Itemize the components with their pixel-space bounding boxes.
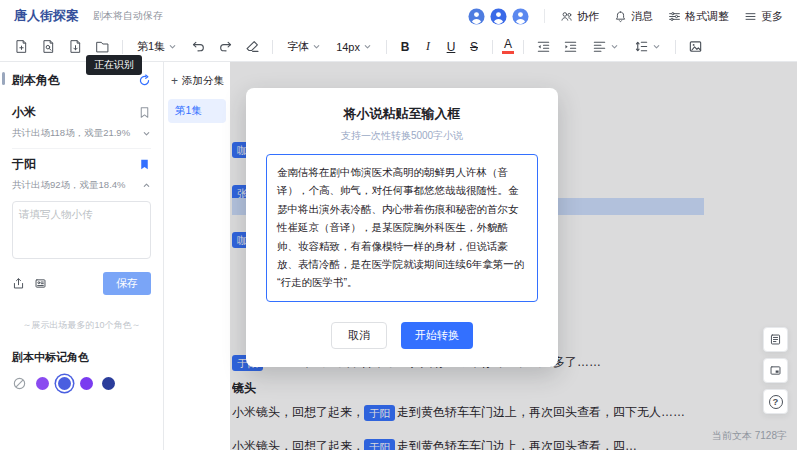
- episode-panel: + 添加分集 第1集: [164, 62, 230, 450]
- help-button[interactable]: ?: [763, 389, 788, 414]
- undo-button[interactable]: [187, 36, 209, 58]
- mark-color-dot[interactable]: [36, 377, 49, 390]
- panel-handle[interactable]: [2, 72, 5, 85]
- indent-increase-icon: [563, 39, 578, 54]
- fontsize-dropdown[interactable]: 14px: [331, 39, 377, 55]
- start-convert-button[interactable]: 开始转换: [401, 322, 473, 349]
- save-button[interactable]: 保存: [103, 272, 151, 295]
- top-characters-note: ～展示出场最多的10个角色～: [12, 319, 151, 332]
- font-dropdown[interactable]: 字体: [282, 37, 326, 56]
- line-spacing-icon: [634, 39, 649, 54]
- character-name: 小米: [12, 104, 36, 121]
- chevron-down-icon[interactable]: [142, 129, 151, 138]
- add-episode-label: 添加分集: [182, 74, 224, 88]
- chevron-down-icon: [363, 42, 372, 51]
- divider: [386, 40, 387, 54]
- mark-characters-title: 剧本中标记角色: [12, 350, 151, 365]
- character-name: 于阳: [12, 156, 36, 173]
- image-icon: [688, 39, 703, 54]
- modal-subtitle: 支持一次性转换5000字小说: [266, 129, 538, 143]
- line-spacing-dropdown[interactable]: [629, 37, 666, 56]
- novel-paste-input[interactable]: 金南佶将在剧中饰演医术高明的朝鲜男人许林（音译），个高、帅气，对任何事都悠悠哉哉…: [266, 154, 538, 302]
- italic-button[interactable]: I: [419, 39, 437, 54]
- indent-increase-button[interactable]: [560, 36, 582, 58]
- divider: [523, 40, 524, 54]
- redo-button[interactable]: [214, 36, 236, 58]
- bookmark-icon[interactable]: [138, 106, 151, 119]
- folder-icon: [95, 39, 110, 54]
- episode-dropdown-label: 第1集: [137, 39, 165, 54]
- collaborate-button[interactable]: 协作: [560, 9, 599, 24]
- character-item[interactable]: 小米 共计出场118场，戏量21.9%: [12, 97, 151, 148]
- font-color-button[interactable]: A: [502, 39, 514, 54]
- eraser-icon: [245, 39, 260, 54]
- episode-dropdown[interactable]: 第1集: [132, 37, 182, 56]
- bold-button[interactable]: B: [396, 40, 414, 54]
- align-dropdown[interactable]: [587, 37, 624, 56]
- mark-color-dot[interactable]: [58, 377, 71, 390]
- messages-label: 消息: [631, 9, 653, 24]
- scan-doc-icon: [41, 39, 56, 54]
- word-count: 当前文本 7128字: [712, 429, 787, 443]
- avatar[interactable]: [512, 8, 529, 25]
- color-swatch: [502, 51, 514, 54]
- more-label: 更多: [761, 9, 783, 24]
- undo-icon: [191, 39, 206, 54]
- recognize-script-button[interactable]: [37, 36, 59, 58]
- export-icon[interactable]: [12, 277, 25, 290]
- mark-color-dot[interactable]: [80, 377, 93, 390]
- chevron-down-icon: [312, 42, 321, 51]
- strikethrough-button[interactable]: S: [465, 40, 483, 54]
- indent-decrease-button[interactable]: [533, 36, 555, 58]
- autosave-note: 剧本将自动保存: [93, 9, 163, 23]
- recognizing-tooltip: 正在识别: [86, 55, 142, 75]
- messages-button[interactable]: 消息: [614, 9, 653, 24]
- align-left-icon: [592, 39, 607, 54]
- modal-title: 将小说粘贴至输入框: [266, 105, 538, 123]
- chevron-down-icon: [652, 42, 661, 51]
- new-doc-icon: [14, 39, 29, 54]
- divider: [675, 40, 676, 54]
- outline-button[interactable]: [763, 327, 788, 352]
- profile-card-icon[interactable]: [34, 277, 47, 290]
- font-dropdown-label: 字体: [287, 39, 309, 54]
- chevron-down-icon: [610, 42, 619, 51]
- insert-image-button[interactable]: [685, 36, 707, 58]
- divider: [544, 9, 545, 23]
- redo-icon: [218, 39, 233, 54]
- add-episode-button[interactable]: + 添加分集: [168, 71, 226, 91]
- app-header: 唐人街探案 剧本将自动保存 协作 消息 格式调整 更多: [0, 0, 797, 32]
- sidebar-title: 剧本角色: [12, 72, 60, 89]
- fontsize-dropdown-label: 14px: [336, 41, 360, 53]
- plus-icon: +: [171, 74, 178, 88]
- collaborator-avatars[interactable]: [468, 8, 529, 25]
- mark-color-dot[interactable]: [102, 377, 115, 390]
- no-color-icon[interactable]: [12, 376, 27, 391]
- format-adjust-button[interactable]: 格式调整: [668, 9, 729, 24]
- avatar[interactable]: [468, 8, 485, 25]
- import-script-button[interactable]: [64, 36, 86, 58]
- divider: [492, 40, 493, 54]
- more-button[interactable]: 更多: [744, 9, 783, 24]
- collaborate-label: 协作: [577, 9, 599, 24]
- cancel-button[interactable]: 取消: [331, 322, 387, 349]
- hamburger-icon: [744, 10, 757, 23]
- new-script-button[interactable]: [10, 36, 32, 58]
- refresh-icon[interactable]: [138, 74, 151, 87]
- character-stats: 共计出场92场，戏量18.4%: [12, 179, 126, 192]
- chevron-up-icon[interactable]: [142, 181, 151, 190]
- bookmark-filled-icon[interactable]: [138, 158, 151, 171]
- character-item[interactable]: 于阳 共计出场92场，戏量18.4% 保存: [12, 148, 151, 303]
- help-icon: ?: [769, 395, 783, 409]
- character-stats: 共计出场118场，戏量21.9%: [12, 127, 130, 140]
- character-bio-input[interactable]: [12, 201, 151, 259]
- episode-item[interactable]: 第1集: [168, 99, 226, 123]
- avatar[interactable]: [490, 8, 507, 25]
- document-icon: [769, 333, 782, 346]
- divider: [272, 40, 273, 54]
- font-color-label: A: [504, 39, 512, 50]
- clear-format-button[interactable]: [241, 36, 263, 58]
- mini-window-button[interactable]: [763, 358, 788, 383]
- paste-novel-modal: 将小说粘贴至输入框 支持一次性转换5000字小说 金南佶将在剧中饰演医术高明的朝…: [246, 88, 558, 367]
- underline-button[interactable]: U: [442, 40, 460, 54]
